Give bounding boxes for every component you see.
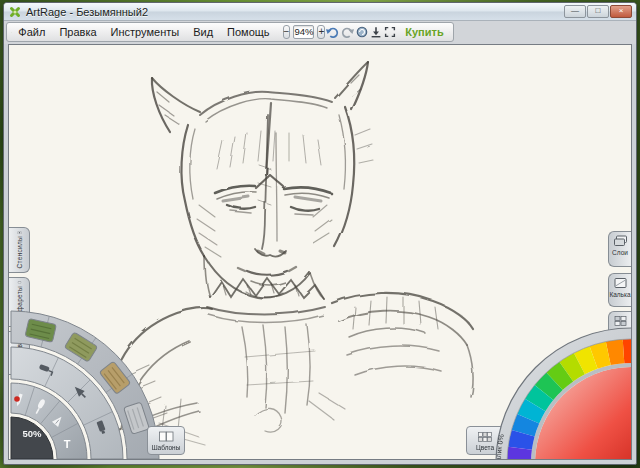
download-button[interactable] [369,24,383,41]
zoom-in-button[interactable]: + [317,25,325,39]
tab-label: Стенсилы [16,236,23,269]
window-title: ArtRage - Безымянный2 [26,6,148,18]
view-reset-button[interactable] [355,24,369,41]
undo-icon [325,25,340,40]
undo-button[interactable] [325,24,340,41]
ruler-icon [13,281,26,284]
color-picker-pod[interactable]: Металлик 0% [458,321,632,460]
stencil-icon [13,231,26,234]
presets-button[interactable]: Шаблоны [147,426,185,455]
tab-label: Калька [609,291,630,298]
minimize-button[interactable]: — [564,5,586,18]
app-icon [9,6,21,18]
fullscreen-button[interactable] [383,24,397,41]
canvas[interactable]: Стенсилы Трафареты Свойства [8,44,632,460]
tracing-paper-icon [613,277,628,289]
tab-label: Слои [612,249,628,256]
tool-rings[interactable]: T 50% [11,311,159,459]
sidebar-tab-stencils[interactable]: Стенсилы [9,227,30,273]
window-controls: — □ × [564,5,632,18]
buy-link[interactable]: Купить [397,26,448,38]
menu-item-file[interactable]: Файл [11,25,52,39]
zoom-value-field[interactable]: 94% [293,25,314,39]
sidebar-tab-layers[interactable]: Слои [608,231,631,267]
close-button[interactable]: × [610,5,632,18]
menu-item-edit[interactable]: Правка [52,25,103,39]
view-circle-icon [355,25,369,39]
zoom-out-button[interactable]: − [283,25,291,39]
desktop-wallpaper: ArtRage - Безымянный2 — □ × Файл Правка … [0,0,640,468]
maximize-button[interactable]: □ [587,5,609,18]
menu-item-tools[interactable]: Инструменты [104,25,187,39]
titlebar: ArtRage - Безымянный2 — □ × [4,3,636,21]
redo-button[interactable] [340,24,355,41]
sidebar-tab-tracing[interactable]: Калька [608,273,631,307]
presets-button-label: Шаблоны [152,444,181,451]
download-icon [369,25,383,39]
menu-item-view[interactable]: Вид [186,25,220,39]
redo-icon [340,25,355,40]
menu-strip: Файл Правка Инструменты Вид Помощь − 94%… [4,21,636,44]
tool-indicator-dot [14,396,20,402]
layers-icon [613,235,628,247]
menu-item-help[interactable]: Помощь [220,25,277,39]
menu-bar: Файл Правка Инструменты Вид Помощь − 94%… [6,22,454,42]
tool-size-readout[interactable]: 50% [22,428,42,439]
fullscreen-icon [383,25,397,39]
text-tool-icon[interactable]: T [64,438,71,450]
artrage-window: ArtRage - Безымянный2 — □ × Файл Правка … [3,2,637,465]
presets-pages-icon [158,431,174,443]
